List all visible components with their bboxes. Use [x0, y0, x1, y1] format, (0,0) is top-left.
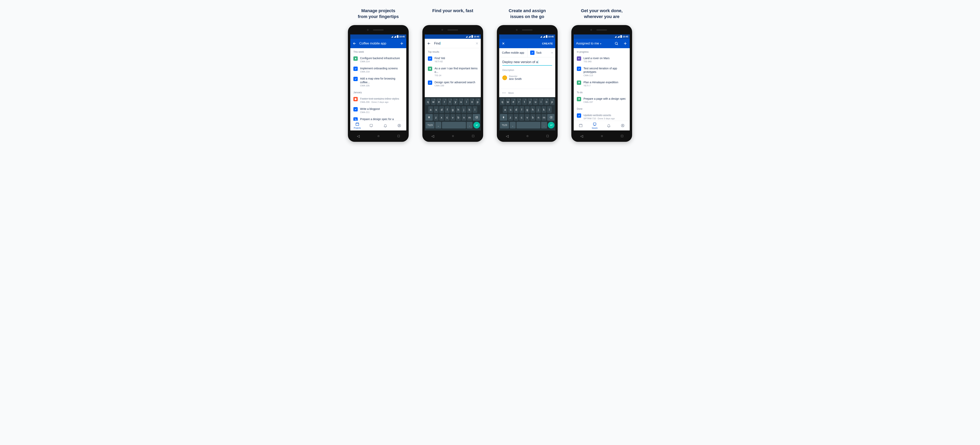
period-key[interactable]: .: [541, 122, 547, 128]
keyboard[interactable]: 1q2w3e4r5t6y7u8i9o0pasdfghjklzxcvbnm?123…: [499, 97, 555, 130]
key[interactable]: g: [450, 106, 455, 113]
issue-row[interactable]: Configure backend infrastructure CMA-214: [350, 54, 406, 65]
issues-tab[interactable]: [364, 121, 379, 130]
account-tab[interactable]: [392, 121, 407, 130]
key[interactable]: 3e: [511, 98, 515, 105]
key[interactable]: g: [525, 106, 530, 113]
issues-tab[interactable]: Issues: [588, 121, 602, 130]
key[interactable]: x: [514, 114, 519, 120]
type-picker[interactable]: Task ▾: [527, 48, 555, 57]
back-icon[interactable]: [427, 41, 431, 46]
comma-key[interactable]: ,: [435, 122, 441, 128]
search-result-row[interactable]: Find YetiYETI-82: [425, 54, 481, 65]
key[interactable]: f: [445, 106, 450, 113]
key[interactable]: 0p: [475, 98, 480, 105]
shift-key[interactable]: [500, 114, 507, 120]
key[interactable]: f: [519, 106, 524, 113]
key[interactable]: d: [514, 106, 519, 113]
key[interactable]: a: [503, 106, 508, 113]
backspace-key[interactable]: [473, 114, 480, 120]
key[interactable]: 1q: [425, 98, 430, 105]
key[interactable]: v: [525, 114, 530, 120]
key[interactable]: l: [473, 106, 477, 113]
key[interactable]: z: [508, 114, 513, 120]
key[interactable]: 4r: [442, 98, 447, 105]
key[interactable]: 5t: [522, 98, 527, 105]
key[interactable]: k: [541, 106, 546, 113]
back-icon[interactable]: [353, 41, 356, 46]
key[interactable]: 3e: [436, 98, 441, 105]
enter-key[interactable]: [548, 122, 555, 128]
projects-tab[interactable]: [574, 121, 588, 130]
symbols-key[interactable]: ?123: [500, 122, 509, 128]
notifications-tab[interactable]: [378, 121, 392, 130]
key[interactable]: j: [536, 106, 541, 113]
notifications-tab[interactable]: [602, 121, 616, 130]
key[interactable]: j: [461, 106, 466, 113]
clear-icon[interactable]: ✕: [476, 41, 479, 46]
search-result-row[interactable]: Design spec for advanced searchCMA-199: [425, 79, 481, 89]
issue-row[interactable]: Write a blogpost CMA-211: [350, 105, 406, 116]
issue-row[interactable]: Test second iteration of app prototypes …: [574, 65, 630, 78]
issue-row[interactable]: Footer text contains inline styles CMA-2…: [350, 95, 406, 105]
key[interactable]: 7u: [459, 98, 463, 105]
project-picker[interactable]: Coffee mobile app: [499, 48, 527, 57]
symbols-key[interactable]: ?123: [425, 122, 434, 128]
key[interactable]: 9o: [470, 98, 474, 105]
reporter-field[interactable]: 🙂 Reporter Ann Smith: [502, 75, 552, 81]
summary-input[interactable]: Deploy new version of a: [502, 60, 552, 66]
projects-tab[interactable]: Projects: [350, 121, 364, 130]
key[interactable]: b: [530, 114, 535, 120]
space-key[interactable]: [517, 122, 540, 128]
account-tab[interactable]: [616, 121, 630, 130]
issue-row[interactable]: Plan a Himalayan expedition YETI-7: [574, 79, 630, 89]
key[interactable]: a: [428, 106, 433, 113]
key[interactable]: m: [467, 114, 472, 120]
key[interactable]: c: [519, 114, 524, 120]
key[interactable]: 9o: [544, 98, 549, 105]
key[interactable]: x: [439, 114, 444, 120]
key[interactable]: l: [547, 106, 552, 113]
key[interactable]: m: [541, 114, 546, 120]
key[interactable]: 6y: [453, 98, 458, 105]
key[interactable]: d: [439, 106, 444, 113]
search-result-row[interactable]: As a user I can find important items o..…: [425, 65, 481, 78]
issue-row[interactable]: Land a rover on Mars TIS-340: [574, 54, 630, 65]
add-icon[interactable]: [399, 41, 404, 46]
issue-row[interactable]: Add a map view for browsing coffee... CM…: [350, 75, 406, 89]
key[interactable]: 8i: [539, 98, 543, 105]
key[interactable]: 4r: [517, 98, 521, 105]
key[interactable]: h: [456, 106, 461, 113]
issue-row[interactable]: Update website assets SPTRM-710 · Done 3…: [574, 111, 630, 120]
description-label[interactable]: Description: [502, 69, 552, 71]
shift-key[interactable]: [425, 114, 433, 120]
key[interactable]: 8i: [464, 98, 469, 105]
issue-row[interactable]: Prepare a page with a design spec CMA-19…: [574, 95, 630, 105]
period-key[interactable]: .: [467, 122, 473, 128]
more-row[interactable]: ••• More: [499, 89, 555, 97]
create-button[interactable]: CREATE: [542, 42, 553, 45]
key[interactable]: k: [467, 106, 472, 113]
comma-key[interactable]: ,: [510, 122, 515, 128]
space-key[interactable]: [442, 122, 466, 128]
key[interactable]: c: [445, 114, 450, 120]
key[interactable]: 1q: [500, 98, 505, 105]
key[interactable]: 6y: [528, 98, 532, 105]
key[interactable]: v: [450, 114, 455, 120]
add-icon[interactable]: [623, 41, 627, 46]
issue-row[interactable]: Prepare a design spec for a basket... CM…: [350, 116, 406, 120]
backspace-key[interactable]: [547, 114, 555, 120]
search-input[interactable]: Find: [434, 42, 473, 45]
keyboard[interactable]: 1q2w3e4r5t6y7u8i9o0pasdfghjklzxcvbnm?123…: [425, 97, 481, 130]
key[interactable]: n: [536, 114, 541, 120]
enter-key[interactable]: [473, 122, 480, 128]
key[interactable]: b: [456, 114, 461, 120]
search-icon[interactable]: [614, 41, 618, 46]
key[interactable]: z: [434, 114, 439, 120]
key[interactable]: n: [461, 114, 466, 120]
key[interactable]: 0p: [550, 98, 555, 105]
key[interactable]: s: [434, 106, 439, 113]
close-icon[interactable]: [501, 42, 505, 45]
key[interactable]: 5t: [448, 98, 452, 105]
key[interactable]: 2w: [506, 98, 510, 105]
